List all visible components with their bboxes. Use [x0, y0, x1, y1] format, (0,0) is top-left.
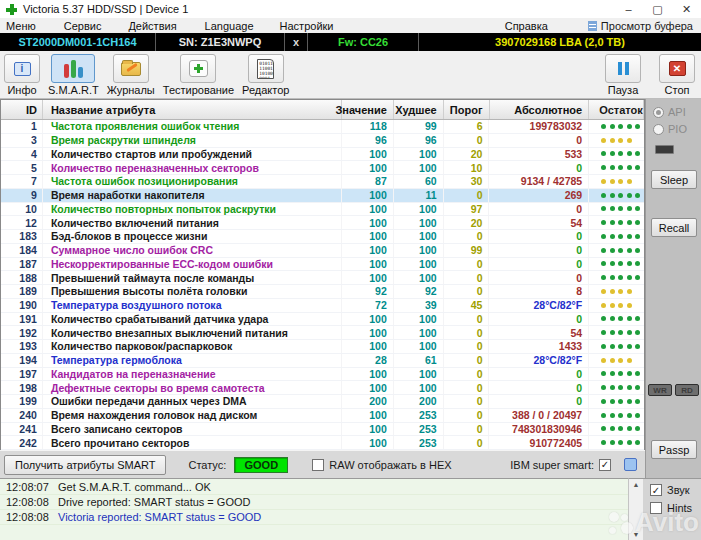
menu-item-menu[interactable]: Меню	[6, 20, 36, 32]
cell-worst: 200	[394, 395, 444, 408]
table-row[interactable]: 184Суммарное число ошибок CRC100100990	[1, 244, 644, 258]
table-row[interactable]: 188Превышений таймаута после команды1001…	[1, 271, 644, 285]
buffer-view-toggle[interactable]: Просмотр буфера	[588, 20, 693, 32]
pio-radio[interactable]	[653, 124, 664, 135]
scroll-down-icon[interactable]: ▼	[629, 531, 643, 538]
log-scrollbar[interactable]: ▲ ▼	[628, 478, 643, 540]
cell-worst: 100	[394, 244, 444, 257]
info-label: Инфо	[7, 84, 36, 96]
rd-button[interactable]: RD	[675, 384, 699, 396]
maximize-button[interactable]: ▢	[643, 0, 672, 18]
sleep-button[interactable]: Sleep	[651, 170, 697, 189]
health-dot	[627, 316, 632, 321]
cell-threshold: 0	[444, 395, 490, 408]
menu-item-language[interactable]: Language	[205, 20, 254, 32]
health-dot	[635, 261, 640, 266]
wr-button[interactable]: WR	[648, 384, 672, 396]
editor-button[interactable]: 010110 110011 101000 0001 Редактор	[242, 54, 289, 96]
scroll-up-icon[interactable]: ▲	[629, 481, 643, 488]
cell-absolute: 533	[489, 148, 589, 161]
cell-id: 190	[1, 299, 43, 312]
smart-button[interactable]: S.M.A.R.T	[48, 54, 99, 96]
table-row[interactable]: 187Нескорректированные ECC-кодом ошибки1…	[1, 258, 644, 272]
table-row[interactable]: 10Количество повторных попыток раскрутки…	[1, 203, 644, 217]
table-row[interactable]: 194Температура гермоблока2861028°C/82°F	[1, 354, 644, 368]
header-worst[interactable]: Худшее	[394, 100, 444, 119]
cell-health-dots	[589, 423, 644, 436]
cell-worst: 100	[394, 368, 444, 381]
minimize-button[interactable]: –	[614, 0, 643, 18]
menu-item-settings[interactable]: Настройки	[280, 20, 334, 32]
header-threshold[interactable]: Порог	[444, 100, 490, 119]
menu-item-actions[interactable]: Действия	[128, 20, 176, 32]
table-row[interactable]: 198Дефектные секторы во время самотеста1…	[1, 381, 644, 395]
table-row[interactable]: 242Всего прочитано секторов1002530910772…	[1, 436, 644, 450]
health-dot	[627, 138, 632, 143]
table-row[interactable]: 9Время наработки накопителя100110269	[1, 189, 644, 203]
health-dot	[601, 330, 606, 335]
info-button[interactable]: i Инфо	[4, 54, 40, 96]
cell-worst: 100	[394, 230, 444, 243]
table-row[interactable]: 1Частота проявления ошибок чтения1189961…	[1, 120, 644, 134]
cell-id: 191	[1, 313, 43, 326]
table-row[interactable]: 12Количество включений питания1001002054	[1, 216, 644, 230]
get-smart-button[interactable]: Получить атрибуты SMART	[4, 455, 166, 475]
health-dot	[610, 344, 615, 349]
table-row[interactable]: 190Температура воздушного потока72394528…	[1, 299, 644, 313]
stop-button[interactable]: ✕ Стоп	[659, 54, 695, 96]
table-row[interactable]: 197Кандидатов на переназначение10010000	[1, 368, 644, 382]
recall-button[interactable]: Recall	[651, 218, 697, 237]
cell-attribute-name: Ошибки передачи данных через DMA	[43, 395, 342, 408]
table-row[interactable]: 5Количество переназначенных секторов1001…	[1, 161, 644, 175]
health-dot	[601, 344, 606, 349]
cell-attribute-name: Температура гермоблока	[43, 354, 342, 367]
cell-worst: 39	[394, 299, 444, 312]
header-attribute-name[interactable]: Название атрибута	[43, 100, 342, 119]
table-row[interactable]: 3Время раскрутки шпинделя969600	[1, 134, 644, 148]
table-row[interactable]: 192Количество внезапных выключений питан…	[1, 326, 644, 340]
table-row[interactable]: 199Ошибки передачи данных через DMA20020…	[1, 395, 644, 409]
pio-radio-group[interactable]: PIO	[653, 123, 687, 135]
header-remaining[interactable]: Остаток	[589, 100, 644, 119]
hints-checkbox[interactable]	[650, 502, 662, 514]
header-id[interactable]: ID	[1, 100, 43, 119]
health-dot	[635, 426, 640, 431]
ibm-smart-checkbox[interactable]: ✓	[599, 459, 611, 471]
passp-button[interactable]: Passp	[651, 440, 697, 459]
raw-hex-checkbox[interactable]	[312, 459, 324, 471]
table-row[interactable]: 4Количество стартов или пробуждений10010…	[1, 148, 644, 162]
table-row[interactable]: 7Частота ошибок позиционирования87603091…	[1, 175, 644, 189]
cell-attribute-name: Количество парковок/распарковок	[43, 340, 342, 353]
raw-hex-checkbox-group[interactable]: RAW отображать в HEX	[312, 459, 451, 471]
table-row[interactable]: 189Превышения высоты полёта головки92920…	[1, 285, 644, 299]
api-radio-group[interactable]: API	[653, 106, 686, 118]
header-absolute[interactable]: Абсолютное	[490, 100, 590, 119]
cell-value: 100	[342, 203, 394, 216]
cell-attribute-name: Количество стартов или пробуждений	[43, 148, 342, 161]
cell-value: 100	[342, 436, 394, 449]
cell-id: 7	[1, 175, 43, 188]
ibm-indicator-square[interactable]	[624, 458, 637, 471]
hints-checkbox-group[interactable]: Hints	[650, 502, 701, 514]
cell-absolute: 8	[489, 285, 589, 298]
sound-checkbox-group[interactable]: ✓ Звук	[650, 484, 701, 496]
health-dot	[635, 275, 640, 280]
table-row[interactable]: 183Бэд-блоков в процессе жизни10010000	[1, 230, 644, 244]
close-button[interactable]: ✕	[672, 0, 701, 18]
table-row[interactable]: 240Время нахождения головок над диском10…	[1, 409, 644, 423]
journals-button[interactable]: Журналы	[107, 54, 155, 96]
api-radio[interactable]	[653, 107, 664, 118]
menu-item-service[interactable]: Сервис	[64, 20, 102, 32]
testing-button[interactable]: Тестирование	[163, 54, 234, 96]
health-dot	[610, 413, 615, 418]
header-value[interactable]: Значение	[342, 100, 394, 119]
journals-label: Журналы	[107, 84, 155, 96]
sound-checkbox[interactable]: ✓	[650, 484, 662, 496]
table-row[interactable]: 191Количество срабатываний датчика удара…	[1, 313, 644, 327]
menu-item-help[interactable]: Справка	[505, 20, 548, 32]
table-row[interactable]: 193Количество парковок/распарковок100100…	[1, 340, 644, 354]
pause-button[interactable]: Пауза	[605, 54, 641, 96]
table-row[interactable]: 241Всего записано секторов10025307483018…	[1, 423, 644, 437]
cell-value: 100	[342, 244, 394, 257]
ibm-smart-group[interactable]: IBM super smart: ✓	[510, 458, 637, 471]
